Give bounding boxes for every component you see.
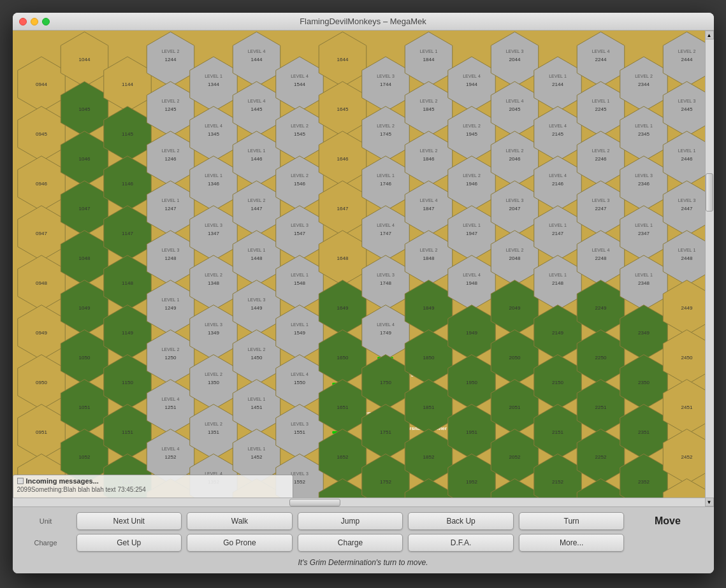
charge-button[interactable]: Charge <box>298 534 403 552</box>
move-label-area: Move <box>629 515 706 527</box>
titlebar: FlamingDevilMonkeys – MegaMek <box>13 13 714 31</box>
svg-text:Catapult Trixl: Catapult Trixl <box>332 459 365 464</box>
svg-text:Bandersnatch Howler: Bandersnatch Howler <box>393 426 447 431</box>
svg-rect-15 <box>383 422 391 431</box>
hex-map[interactable]: Gallowglas Blackjack Marauder Caveman Ba… <box>13 31 714 506</box>
svg-rect-20 <box>338 441 345 450</box>
walk-button[interactable]: Walk <box>187 512 293 530</box>
back-up-button[interactable]: Back Up <box>408 512 514 530</box>
close-button[interactable] <box>19 18 27 25</box>
control-row-1: Unit Next Unit Walk Jump Back Up Turn Mo… <box>20 512 706 530</box>
svg-rect-1 <box>13 33 714 504</box>
svg-rect-8 <box>332 383 347 385</box>
traffic-lights <box>19 18 50 25</box>
unit-label: Unit <box>20 517 71 525</box>
get-up-button[interactable]: Get Up <box>76 534 182 552</box>
turn-button[interactable]: Turn <box>519 512 625 530</box>
controls-panel: Unit Next Unit Walk Jump Back Up Turn Mo… <box>13 506 714 573</box>
svg-text:Gallowglas Blackjack: Gallowglas Blackjack <box>393 371 446 376</box>
go-prone-button[interactable]: Go Prone <box>187 534 293 552</box>
minimize-button[interactable] <box>31 18 38 25</box>
scroll-down-arrow[interactable]: ▼ <box>705 498 714 506</box>
svg-rect-18 <box>332 431 347 434</box>
message-icon <box>17 478 24 484</box>
svg-rect-5 <box>383 367 391 376</box>
svg-text:Marauder Caveman: Marauder Caveman <box>330 410 378 416</box>
more-button[interactable]: More... <box>519 534 625 552</box>
dfa-button[interactable]: D.F.A. <box>408 534 514 552</box>
svg-rect-13 <box>377 412 393 414</box>
svg-rect-3 <box>377 357 393 359</box>
scroll-track-horizontal[interactable] <box>13 498 705 506</box>
control-row-2: Charge Get Up Go Prone Charge D.F.A. Mor… <box>20 534 706 552</box>
next-unit-button[interactable]: Next Unit <box>76 512 182 530</box>
incoming-label: Incoming messages... <box>26 477 99 485</box>
maximize-button[interactable] <box>42 18 50 25</box>
jump-button[interactable]: Jump <box>298 512 403 530</box>
scroll-up-arrow[interactable]: ▲ <box>705 31 714 39</box>
move-label: Move <box>655 515 681 527</box>
game-area[interactable]: Gallowglas Blackjack Marauder Caveman Ba… <box>13 31 714 506</box>
svg-rect-10 <box>338 393 345 402</box>
scroll-track-vertical[interactable]: ▲ ▼ <box>705 31 714 506</box>
main-window: FlamingDevilMonkeys – MegaMek <box>13 13 714 573</box>
scroll-thumb-vertical[interactable] <box>706 173 713 212</box>
scroll-thumb-horizontal[interactable] <box>289 499 340 506</box>
message-log: 2099Something:Blah blah blah text 73:45:… <box>17 486 289 493</box>
status-line: It's Grim Determination's turn to move. <box>20 556 706 568</box>
charge-label: Charge <box>20 539 71 547</box>
window-title: FlamingDevilMonkeys – MegaMek <box>300 17 426 26</box>
